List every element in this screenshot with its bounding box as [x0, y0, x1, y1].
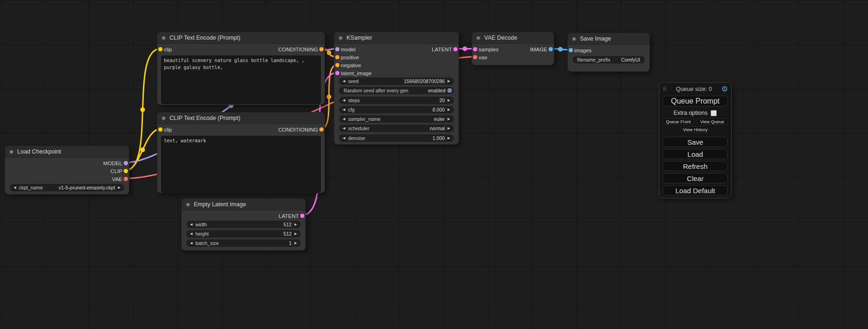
node-empty-latent-image[interactable]: Empty Latent Image LATENT ◀ width 512 ▶ … — [181, 198, 306, 251]
latent-output-port[interactable] — [300, 214, 304, 218]
image-output-port[interactable] — [549, 47, 553, 51]
latent-image-input-port[interactable] — [335, 71, 339, 75]
widget-cfg[interactable]: ◀ cfg 8.000 ▶ — [339, 106, 454, 113]
negative-input-port[interactable] — [335, 63, 339, 67]
node-body: clip CONDITIONING — [157, 124, 325, 133]
negative-prompt-textarea[interactable]: text, watermark — [161, 136, 321, 193]
node-title-bar[interactable]: Empty Latent Image — [182, 199, 305, 210]
increment-icon[interactable]: ▶ — [117, 184, 121, 191]
save-button[interactable]: Save — [663, 137, 728, 147]
extra-options-checkbox[interactable] — [711, 110, 717, 116]
collapse-dot-icon[interactable] — [162, 36, 166, 40]
clip-input-port[interactable] — [158, 47, 162, 51]
view-history-button[interactable]: View History — [683, 126, 708, 133]
decrement-icon[interactable]: ◀ — [342, 106, 346, 113]
link-midpoint-dot — [327, 50, 332, 55]
decrement-icon[interactable]: ◀ — [189, 221, 193, 228]
drag-handle-icon[interactable]: ⠿ — [663, 86, 667, 92]
decrement-icon[interactable]: ◀ — [189, 230, 193, 238]
increment-icon[interactable]: ▶ — [447, 106, 451, 113]
collapse-dot-icon[interactable] — [572, 37, 576, 41]
decrement-icon[interactable]: ◀ — [342, 77, 346, 85]
widget-seed[interactable]: ◀ seed 156680208700286 ▶ — [339, 77, 454, 85]
view-queue-button[interactable]: View Queue — [697, 119, 728, 125]
node-ksampler[interactable]: KSampler model LATENT positive negative … — [334, 32, 459, 145]
widget-label: scheduler — [348, 126, 369, 131]
widget-sampler-name[interactable]: ◀ sampler_name euler ▶ — [339, 115, 454, 123]
increment-icon[interactable]: ▶ — [447, 115, 451, 123]
node-clip-text-encode-negative[interactable]: CLIP Text Encode (Prompt) clip CONDITION… — [157, 112, 325, 193]
refresh-button[interactable]: Refresh — [663, 161, 728, 171]
node-title-bar[interactable]: KSampler — [334, 32, 459, 44]
node-clip-text-encode-positive[interactable]: CLIP Text Encode (Prompt) clip CONDITION… — [157, 32, 325, 105]
widget-height[interactable]: ◀ height 512 ▶ — [186, 230, 301, 238]
decrement-icon[interactable]: ◀ — [13, 184, 17, 191]
node-title-bar[interactable]: Load Checkpoint — [5, 146, 129, 158]
node-title-bar[interactable]: CLIP Text Encode (Prompt) — [157, 32, 325, 44]
clear-button[interactable]: Clear — [663, 173, 728, 183]
queue-front-button[interactable]: Queue Front — [663, 119, 694, 125]
slot-row: samples IMAGE — [472, 45, 554, 53]
queue-prompt-button[interactable]: Queue Prompt — [663, 96, 728, 106]
latent-output-port[interactable] — [453, 47, 458, 51]
collapse-dot-icon[interactable] — [476, 36, 480, 40]
widget-filename-prefix[interactable]: filename_prefix ComfyUI — [572, 56, 645, 63]
node-body: samples IMAGE vae — [472, 44, 554, 61]
node-title: Empty Latent Image — [194, 201, 246, 208]
increment-icon[interactable]: ▶ — [294, 239, 298, 247]
increment-icon[interactable]: ▶ — [447, 97, 451, 104]
load-default-button[interactable]: Load Default — [663, 185, 728, 196]
clip-input-port[interactable] — [158, 127, 162, 132]
collapse-dot-icon[interactable] — [162, 116, 166, 120]
increment-icon[interactable]: ▶ — [447, 77, 451, 85]
widget-batch-size[interactable]: ◀ batch_size 1 ▶ — [186, 239, 301, 247]
node-title-bar[interactable]: Save Image — [568, 33, 649, 45]
widget-ckpt-name[interactable]: ◀ ckpt_name v1-5-pruned-emaonly.ckpt ▶ — [10, 184, 124, 191]
conditioning-output-port[interactable] — [319, 127, 324, 132]
widget-width[interactable]: ◀ width 512 ▶ — [186, 221, 301, 228]
settings-gear-icon[interactable]: ⚙ — [721, 85, 728, 93]
extra-options-label: Extra options — [674, 110, 708, 116]
samples-input-port[interactable] — [473, 47, 477, 51]
decrement-icon[interactable]: ◀ — [342, 97, 346, 104]
collapse-dot-icon[interactable] — [186, 203, 190, 207]
increment-icon[interactable]: ▶ — [447, 134, 451, 142]
widget-value: 512 — [283, 231, 292, 237]
widget-random-seed-toggle[interactable]: Random seed after every gen enabled — [339, 87, 454, 94]
load-button[interactable]: Load — [663, 149, 728, 159]
load-checkpoint-output-port-vae[interactable] — [124, 177, 128, 181]
vae-input-port[interactable] — [473, 55, 477, 59]
input-label-vae: vae — [479, 55, 487, 60]
collapse-dot-icon[interactable] — [339, 36, 343, 40]
increment-icon[interactable]: ▶ — [294, 221, 298, 228]
model-input-port[interactable] — [335, 47, 339, 51]
slot-row: positive — [334, 53, 459, 61]
slot-row: vae — [472, 53, 554, 61]
increment-icon[interactable]: ▶ — [294, 230, 298, 238]
decrement-icon[interactable]: ◀ — [342, 134, 346, 142]
load-checkpoint-output-port-clip[interactable] — [124, 169, 128, 173]
conditioning-output-port[interactable] — [319, 47, 324, 51]
seed-toggle-dot-icon[interactable] — [447, 88, 452, 93]
positive-input-port[interactable] — [335, 55, 339, 59]
load-checkpoint-output-port-model[interactable] — [124, 161, 128, 165]
widget-denoise[interactable]: ◀ denoise 1.000 ▶ — [339, 134, 454, 142]
increment-icon[interactable]: ▶ — [447, 125, 451, 132]
node-title-bar[interactable]: VAE Decode — [472, 32, 554, 44]
decrement-icon[interactable]: ◀ — [342, 125, 346, 132]
output-label-vae: VAE — [112, 176, 122, 182]
collapse-dot-icon[interactable] — [9, 150, 14, 154]
positive-prompt-textarea[interactable]: beautiful scenery nature glass bottle la… — [161, 56, 321, 104]
slot-row: LATENT — [182, 212, 305, 220]
widget-steps[interactable]: ◀ steps 20 ▶ — [339, 97, 454, 104]
node-title-bar[interactable]: CLIP Text Encode (Prompt) — [157, 112, 325, 124]
decrement-icon[interactable]: ◀ — [342, 115, 346, 123]
output-label-image: IMAGE — [530, 47, 547, 52]
decrement-icon[interactable]: ◀ — [189, 239, 193, 247]
images-input-port[interactable] — [569, 48, 573, 52]
node-save-image[interactable]: Save Image images filename_prefix ComfyU… — [567, 33, 650, 72]
widget-scheduler[interactable]: ◀ scheduler normal ▶ — [339, 125, 454, 132]
node-load-checkpoint[interactable]: Load Checkpoint MODEL CLIP VAE ◀ ckpt_na… — [5, 146, 129, 195]
node-vae-decode[interactable]: VAE Decode samples IMAGE vae — [472, 32, 554, 65]
input-label-model: model — [341, 47, 355, 52]
